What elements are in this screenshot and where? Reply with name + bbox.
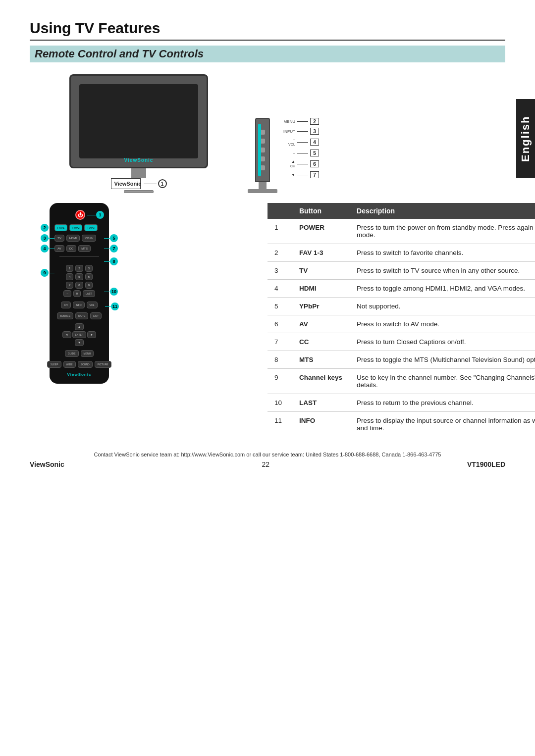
callout-remote-7: 7 [110, 245, 118, 252]
footer-row: ViewSonic 22 VT1900LED [30, 460, 505, 468]
table-body: 1 POWER Press to turn the power on from … [268, 219, 535, 437]
fav3-btn[interactable]: FAV3 [84, 224, 97, 231]
row-num: 3 [268, 262, 292, 280]
col-button-header: Button [292, 203, 350, 219]
row-button: INFO [292, 412, 350, 437]
side-label-volup: +VOL 4 [281, 138, 319, 147]
remote-column: ⏻ 1 2 FAV1 [30, 203, 129, 437]
table-row: 2 FAV 1-3 Press to switch to favorite ch… [268, 244, 535, 262]
row-description: Press to toggle the MTS (Multichannel Te… [350, 351, 535, 369]
row-num: 5 [268, 298, 292, 315]
enter-btn[interactable]: ENTER [72, 331, 87, 338]
page-container: English Using TV Features Remote Control… [0, 0, 535, 756]
side-tv-visual [248, 118, 277, 193]
table-row: 11 INFO Press to display the input sourc… [268, 412, 535, 437]
footer-page-num: 22 [262, 460, 270, 468]
ch-row: CH INFO VOL [54, 302, 104, 308]
btn-6[interactable]: 6 [85, 273, 93, 280]
tv-base-box: ViewSonic [111, 178, 141, 189]
callout-remote-9: 9 [41, 269, 49, 277]
btn-9[interactable]: 9 [85, 282, 93, 289]
power-button[interactable]: ⏻ [75, 210, 85, 220]
right-btn[interactable]: ► [87, 331, 96, 338]
row-description: Not supported. [350, 298, 535, 315]
tv-body: ViewSonic [69, 74, 208, 168]
tv-screen [79, 84, 198, 158]
btn-last[interactable]: LAST [83, 290, 95, 297]
content-area: ⏻ 1 2 FAV1 [30, 203, 505, 437]
fav2-btn[interactable]: FAV2 [69, 224, 82, 231]
bottom-row: SLEEP WIDE SOUND PICTURE [47, 361, 111, 368]
mute-btn[interactable]: MUTE [75, 312, 88, 319]
btn-0[interactable]: 0 [73, 290, 81, 297]
front-tv: ViewSonic ViewSonic 1 [69, 74, 208, 193]
side-labels: MENU 2 INPUT 3 +VOL 4 – 5 [281, 118, 319, 178]
guide-menu: GUIDE MENU [65, 350, 94, 357]
mts-btn[interactable]: MTS [78, 245, 91, 252]
row-button: CC [292, 333, 350, 351]
row-num: 10 [268, 394, 292, 412]
section-title: Remote Control and TV Controls [30, 46, 505, 62]
btn-4[interactable]: 4 [66, 273, 73, 280]
exit-btn[interactable]: EXIT [90, 312, 102, 319]
row-num: 11 [268, 412, 292, 437]
table-row: 7 CC Press to turn Closed Captions on/of… [268, 333, 535, 351]
tv-brand-in-box: ViewSonic [114, 181, 137, 187]
fav1-btn[interactable]: FAV1 [54, 224, 67, 231]
vol-btn[interactable]: VOL [87, 302, 98, 308]
wide-btn[interactable]: WIDE [63, 361, 76, 368]
side-label-menu: MENU 2 [281, 118, 319, 125]
down-btn[interactable]: ▼ [75, 339, 84, 346]
picture-btn[interactable]: PICTURE [95, 361, 111, 368]
fav-row: FAV1 FAV2 FAV3 [54, 224, 98, 231]
ypbpr-btn[interactable]: YPbPr [82, 235, 96, 242]
guide-btn[interactable]: GUIDE [65, 350, 79, 357]
btn-dash[interactable]: – [63, 290, 71, 297]
diagram-container: ViewSonic ViewSonic 1 [30, 74, 505, 193]
btn-2[interactable]: 2 [75, 265, 83, 272]
remote-brand: ViewSonic [67, 372, 92, 377]
footer-brand: ViewSonic [30, 460, 64, 468]
left-btn[interactable]: ◄ [62, 331, 71, 338]
up-btn[interactable]: ▲ [75, 323, 84, 330]
ch-btn[interactable]: CH [61, 302, 70, 308]
hdmi-btn[interactable]: HDMI [66, 235, 80, 242]
av-btn[interactable]: AV [54, 245, 64, 252]
numrow-2: 4 5 6 [54, 273, 104, 280]
btn-7[interactable]: 7 [66, 282, 73, 289]
row-num: 2 [268, 244, 292, 262]
callout-remote-5: 5 [110, 234, 118, 242]
info-btn[interactable]: INFO [73, 302, 85, 308]
source-btn[interactable]: SOURCE [57, 312, 73, 319]
btn-8[interactable]: 8 [75, 282, 83, 289]
row-description: Press to turn Closed Captions on/off. [350, 333, 535, 351]
menu-btn[interactable]: MENU [81, 350, 94, 357]
sound-btn[interactable]: SOUND [78, 361, 93, 368]
callout-remote-8: 8 [110, 257, 118, 265]
col-num-header [268, 203, 292, 219]
callout-1: 1 [158, 179, 167, 188]
row-button: LAST [292, 394, 350, 412]
btn-1[interactable]: 1 [66, 265, 73, 272]
table-row: 9 Channel keys Use to key in the channel… [268, 369, 535, 394]
cc-btn[interactable]: CC [66, 245, 77, 252]
row-num: 6 [268, 315, 292, 333]
row-num: 8 [268, 351, 292, 369]
tv-btn[interactable]: TV [54, 235, 64, 242]
row-description: Press to switch to TV source when in any… [350, 262, 535, 280]
nav-cluster: ▲ ◄ ENTER ► ▼ [62, 323, 97, 346]
row-num: 7 [268, 333, 292, 351]
nav-middle: ◄ ENTER ► [62, 331, 97, 338]
side-label-input: INPUT 3 [281, 128, 319, 135]
row-button: YPbPr [292, 298, 350, 315]
row-button: POWER [292, 219, 350, 244]
btn-3[interactable]: 3 [85, 265, 93, 272]
row-num: 4 [268, 280, 292, 298]
side-stand-neck [259, 182, 267, 189]
callout-remote-4: 4 [41, 245, 49, 252]
callout-remote-11: 11 [111, 302, 119, 310]
btn-5[interactable]: 5 [75, 273, 83, 280]
footer-contact: Contact ViewSonic service team at: http:… [30, 452, 505, 457]
row-description: Use to key in the channel number. See "C… [350, 369, 535, 394]
sleep-btn[interactable]: SLEEP [47, 361, 61, 368]
